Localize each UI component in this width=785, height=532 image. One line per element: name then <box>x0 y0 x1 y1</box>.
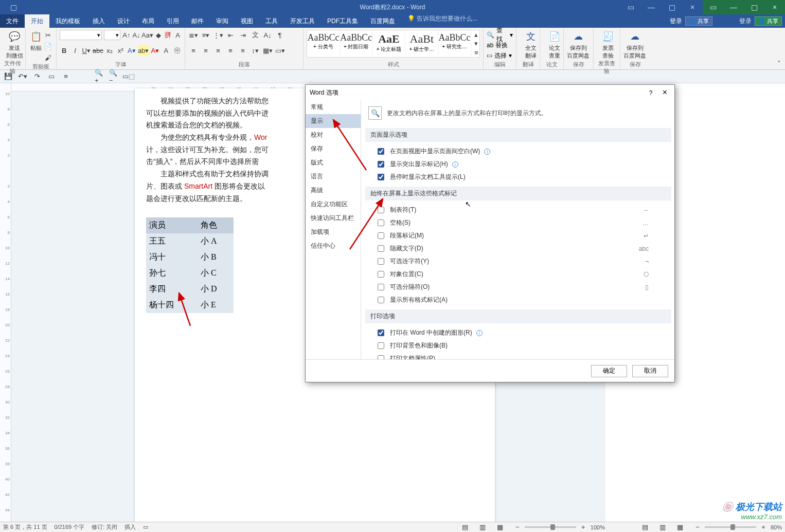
shrink-font-button[interactable]: A↓ <box>132 30 140 40</box>
tab-insert[interactable]: 插入 <box>86 14 111 28</box>
strikethrough-button[interactable]: abc <box>93 45 103 56</box>
info-icon[interactable]: i <box>476 330 483 336</box>
cat-proofing[interactable]: 校对 <box>306 128 361 142</box>
paste-button[interactable]: 📋粘贴 <box>29 30 43 63</box>
save-to-baidu-button[interactable]: ☁保存到 百度网盘 <box>567 30 590 60</box>
maximize-button[interactable]: ▢ <box>662 0 682 14</box>
excel-zoom-level[interactable]: 80% <box>771 524 782 530</box>
excel-zoom-out-button[interactable]: − <box>692 522 703 533</box>
tab-my-templates[interactable]: 我的模板 <box>49 14 86 28</box>
subscript-button[interactable]: x₂ <box>105 45 114 56</box>
format-painter-button[interactable]: 🖌 <box>43 52 53 63</box>
qat-more-button[interactable]: ≡ <box>61 71 71 82</box>
replace-button[interactable]: ab 替换 <box>487 40 513 50</box>
text-effects-button[interactable]: A▾ <box>127 45 136 56</box>
excel-share-button[interactable]: 👤 共享 <box>755 16 782 26</box>
font-color-button[interactable]: A▾ <box>151 45 159 56</box>
save-to-baidu-button-2[interactable]: ☁保存到 百度网盘 <box>623 30 646 60</box>
full-translate-button[interactable]: 文全文 翻译 <box>520 30 542 60</box>
tab-references[interactable]: 引用 <box>160 14 185 28</box>
borders-button[interactable]: ▭▾ <box>275 45 285 56</box>
ok-button[interactable]: 确定 <box>591 365 627 377</box>
styles-more-button[interactable]: ≡ <box>471 48 481 57</box>
option-checkbox[interactable] <box>378 174 384 180</box>
option-checkbox[interactable] <box>378 258 384 265</box>
styles-up-button[interactable]: ▴ <box>471 30 481 39</box>
excel-ribbon-mode-icon[interactable]: ▭ <box>703 0 723 14</box>
login-link[interactable]: 登录 <box>670 17 682 26</box>
superscript-button[interactable]: x² <box>116 45 125 56</box>
status-insert[interactable]: 插入 <box>124 523 136 531</box>
cat-addins[interactable]: 加载项 <box>306 225 361 239</box>
copy-button[interactable]: 📄 <box>43 41 53 51</box>
zoom-in-button[interactable]: + <box>578 522 588 533</box>
option-checkbox[interactable] <box>378 329 384 336</box>
send-to-wechat-button[interactable]: 💬发送 到微信 <box>3 30 26 60</box>
ribbon-mode-icon[interactable]: ▭ <box>620 0 641 14</box>
excel-zoom-slider[interactable] <box>705 526 756 528</box>
status-track[interactable]: 修订: 关闭 <box>92 523 117 531</box>
zoom-slider[interactable] <box>525 526 576 528</box>
line-spacing-button[interactable]: ↕▾ <box>250 45 260 56</box>
styles-gallery[interactable]: AaBbCc+ 分类号 AaBbCc+ 封面日期 AaE+ 论文标题 AaBt+… <box>307 30 480 58</box>
share-button[interactable]: 👤 共享 <box>685 16 712 26</box>
info-icon[interactable]: i <box>452 161 458 168</box>
style-item[interactable]: AaBt+ 硕士学… <box>405 30 438 57</box>
align-right-button[interactable]: ≡ <box>213 45 223 56</box>
dialog-help-button[interactable]: ? <box>644 89 658 97</box>
zoom-out-button[interactable]: 🔍− <box>109 71 119 82</box>
decrease-indent-button[interactable]: ⇤ <box>225 30 236 40</box>
view-web-button[interactable]: ▦ <box>495 522 505 533</box>
cancel-button[interactable]: 取消 <box>632 365 668 377</box>
align-center-button[interactable]: ≡ <box>201 45 211 56</box>
sort-button[interactable]: A↓ <box>262 30 273 40</box>
grow-font-button[interactable]: A↑ <box>122 30 130 40</box>
align-left-button[interactable]: ≡ <box>188 45 199 56</box>
enclose-char-button[interactable]: A <box>174 30 182 40</box>
dialog-close-button[interactable]: × <box>659 88 670 97</box>
asian-layout-button[interactable]: 文 <box>250 30 260 40</box>
option-checkbox[interactable] <box>378 219 384 226</box>
zoom-level[interactable]: 100% <box>591 524 605 530</box>
phonetic-guide-button[interactable]: 拼 <box>164 30 172 40</box>
option-checkbox[interactable] <box>378 245 384 252</box>
excel-zoom-in-button[interactable]: + <box>758 522 769 533</box>
tab-layout[interactable]: 布局 <box>136 14 160 28</box>
cat-save[interactable]: 保存 <box>306 142 361 156</box>
zoom-in-button[interactable]: 🔍+ <box>95 71 105 82</box>
highlight-button[interactable]: ab▾ <box>138 45 149 56</box>
view-read-button[interactable]: ▤ <box>460 522 470 533</box>
excel-view-button[interactable]: ▤ <box>640 522 650 533</box>
paper-check-button[interactable]: 📄论文 查重 <box>543 30 566 60</box>
find-button[interactable]: 🔍 查找 ▾ <box>487 30 513 40</box>
collapse-ribbon-button[interactable]: ˄ <box>774 58 784 68</box>
option-checkbox[interactable] <box>378 297 384 303</box>
save-button[interactable]: 💾 <box>3 71 13 82</box>
tab-file[interactable]: 文件 <box>0 14 25 28</box>
option-checkbox[interactable] <box>378 342 384 349</box>
new-window-button[interactable]: ▭ <box>46 71 57 82</box>
status-words[interactable]: 0/2169 个字 <box>55 523 85 531</box>
font-name-combo[interactable]: ▾ <box>60 30 102 40</box>
sys-menu-icon[interactable]: ▢ <box>3 0 24 14</box>
tab-home[interactable]: 开始 <box>25 14 49 28</box>
status-page[interactable]: 第 6 页，共 11 页 <box>3 523 47 531</box>
numbering-button[interactable]: ≡▾ <box>201 30 211 40</box>
justify-button[interactable]: ≡ <box>225 45 236 56</box>
vertical-ruler[interactable]: 1086422468101214161820222426283032343638… <box>0 83 11 522</box>
bold-button[interactable]: B <box>60 45 68 56</box>
cat-layout[interactable]: 版式 <box>306 156 361 170</box>
option-checkbox[interactable] <box>378 355 384 359</box>
increase-indent-button[interactable]: ⇥ <box>238 30 248 40</box>
excel-maximize-button[interactable]: ▢ <box>744 0 764 14</box>
option-checkbox[interactable] <box>378 232 384 239</box>
styles-down-button[interactable]: ▾ <box>471 39 481 48</box>
cat-customize-ribbon[interactable]: 自定义功能区 <box>306 197 361 211</box>
object-select-button[interactable]: ▭⬚ <box>123 71 134 82</box>
tab-design[interactable]: 设计 <box>111 14 136 28</box>
cat-advanced[interactable]: 高级 <box>306 184 361 197</box>
tab-view[interactable]: 视图 <box>235 14 259 28</box>
option-checkbox[interactable] <box>378 148 384 155</box>
style-item[interactable]: AaBbCc+ 封面日期 <box>340 30 373 57</box>
distribute-button[interactable]: ≡ <box>238 45 248 56</box>
